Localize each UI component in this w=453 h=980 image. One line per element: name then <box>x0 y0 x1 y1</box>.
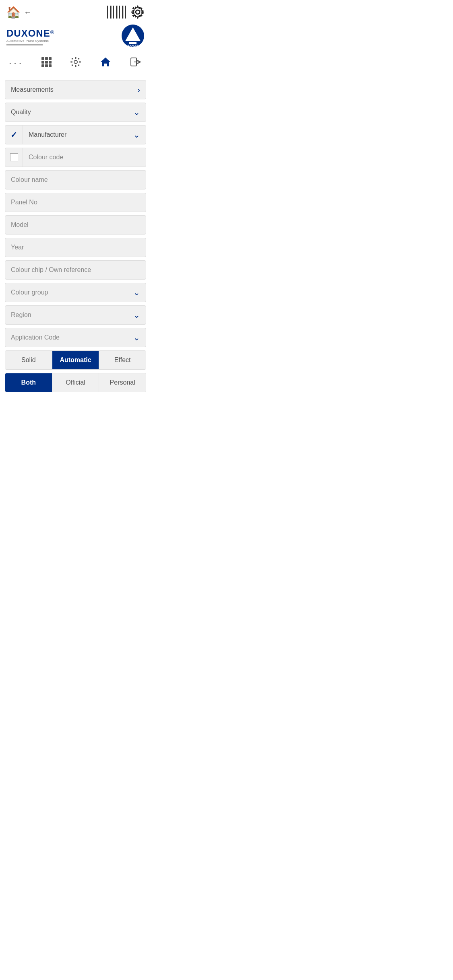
svg-rect-36 <box>49 64 52 67</box>
colour-group-arrow[interactable]: ⌄ <box>128 288 146 297</box>
header-left: 🏠 ← <box>6 6 32 19</box>
colour-code-field[interactable]: Colour code <box>5 148 146 167</box>
colour-group-label: Colour group <box>5 284 128 301</box>
svg-text:AXALTA: AXALTA <box>127 44 138 47</box>
application-code-label: Application Code <box>5 329 128 346</box>
svg-rect-4 <box>113 6 114 19</box>
svg-rect-6 <box>116 6 117 19</box>
manufacturer-label: Manufacturer <box>23 126 128 144</box>
colour-chip-label: Colour chip / Own reference <box>5 261 146 279</box>
svg-rect-3 <box>112 6 112 19</box>
quality-arrow[interactable]: ⌄ <box>128 107 146 117</box>
year-field[interactable]: Year <box>5 238 146 257</box>
official-button[interactable]: Official <box>52 373 99 392</box>
svg-rect-39 <box>75 65 77 67</box>
svg-rect-1 <box>109 6 109 19</box>
settings-icon[interactable] <box>66 55 85 71</box>
region-arrow[interactable]: ⌄ <box>128 310 146 320</box>
svg-rect-29 <box>45 57 48 60</box>
content-area: Measurements › Quality ⌄ ✓ Manufacturer … <box>0 75 151 400</box>
svg-rect-38 <box>75 57 77 59</box>
colour-code-label: Colour code <box>23 148 146 166</box>
region-field[interactable]: Region ⌄ <box>5 305 146 325</box>
svg-rect-44 <box>71 64 73 66</box>
home-icon[interactable]: 🏠 <box>6 6 21 19</box>
duxone-logo: DUXONE® Automotive Paint Systems <box>6 28 54 45</box>
menu-icon[interactable]: • • • <box>6 60 26 67</box>
colour-group-field[interactable]: Colour group ⌄ <box>5 283 146 302</box>
model-field[interactable]: Model <box>5 215 146 235</box>
svg-point-23 <box>136 10 140 14</box>
brand-subtitle: Automotive Paint Systems <box>6 39 54 43</box>
svg-rect-32 <box>45 61 48 64</box>
checkmark-icon: ✓ <box>10 130 17 140</box>
svg-rect-12 <box>125 6 126 19</box>
effect-button[interactable]: Effect <box>99 351 146 369</box>
measurements-field[interactable]: Measurements › <box>5 80 146 99</box>
svg-rect-11 <box>124 6 124 19</box>
both-button[interactable]: Both <box>5 373 52 392</box>
year-label: Year <box>5 239 146 256</box>
svg-rect-30 <box>49 57 52 60</box>
svg-rect-42 <box>71 58 73 60</box>
quality-field[interactable]: Quality ⌄ <box>5 103 146 122</box>
svg-rect-35 <box>45 64 48 67</box>
model-label: Model <box>5 216 146 234</box>
svg-rect-33 <box>49 61 52 64</box>
logo-area: DUXONE® Automotive Paint Systems AXALTA <box>0 23 151 52</box>
source-type-selector: Both Official Personal <box>5 373 146 392</box>
colour-name-field[interactable]: Colour name <box>5 170 146 189</box>
svg-rect-41 <box>79 62 81 63</box>
manufacturer-arrow[interactable]: ⌄ <box>128 130 146 140</box>
svg-rect-8 <box>119 6 120 19</box>
svg-rect-9 <box>121 6 121 19</box>
panel-no-field[interactable]: Panel No <box>5 193 146 212</box>
finish-type-selector: Solid Automatic Effect <box>5 350 146 370</box>
panel-no-label: Panel No <box>5 194 146 211</box>
svg-rect-0 <box>107 6 108 19</box>
back-icon[interactable]: ← <box>24 8 32 17</box>
measurements-label: Measurements <box>5 81 132 99</box>
svg-rect-16 <box>137 16 139 19</box>
automatic-button[interactable]: Automatic <box>52 351 99 369</box>
svg-rect-43 <box>78 64 80 66</box>
nav-bar: • • • <box>0 52 151 75</box>
manufacturer-field[interactable]: ✓ Manufacturer ⌄ <box>5 125 146 144</box>
application-code-field[interactable]: Application Code ⌄ <box>5 328 146 347</box>
colour-chip-field[interactable]: Colour chip / Own reference <box>5 260 146 280</box>
svg-rect-45 <box>78 58 80 60</box>
checkbox-empty <box>10 153 18 161</box>
svg-rect-2 <box>110 6 111 19</box>
region-label: Region <box>5 306 128 324</box>
measurements-arrow[interactable]: › <box>132 85 146 95</box>
grid-icon[interactable] <box>37 55 56 71</box>
svg-rect-5 <box>115 6 115 19</box>
personal-button[interactable]: Personal <box>99 373 146 392</box>
svg-rect-17 <box>131 12 133 13</box>
svg-rect-40 <box>70 62 72 63</box>
colour-code-checkbox[interactable] <box>5 148 23 167</box>
logo-underline <box>6 44 43 45</box>
brand-name: DUXONE® <box>6 28 54 39</box>
svg-rect-34 <box>41 64 44 67</box>
header: 🏠 ← <box>0 0 151 23</box>
svg-rect-31 <box>41 61 44 64</box>
svg-rect-18 <box>142 12 144 13</box>
svg-rect-10 <box>122 6 123 19</box>
svg-rect-7 <box>118 6 118 19</box>
barcode-icon <box>107 5 126 19</box>
solid-button[interactable]: Solid <box>5 351 52 369</box>
application-code-arrow[interactable]: ⌄ <box>128 333 146 342</box>
svg-rect-15 <box>137 6 139 8</box>
manufacturer-checkbox[interactable]: ✓ <box>5 126 23 144</box>
svg-marker-46 <box>101 58 110 66</box>
colour-name-label: Colour name <box>5 171 146 189</box>
exit-icon[interactable] <box>126 55 145 72</box>
gear-icon[interactable] <box>131 5 145 19</box>
svg-point-37 <box>74 60 77 64</box>
home-nav-icon[interactable] <box>96 55 115 72</box>
quality-label: Quality <box>5 103 128 121</box>
svg-rect-28 <box>41 57 44 60</box>
header-right <box>107 5 145 19</box>
axalta-logo: AXALTA <box>121 24 145 49</box>
